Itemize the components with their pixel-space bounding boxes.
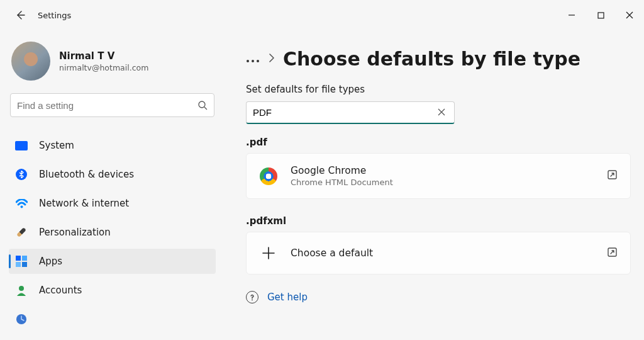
settings-window: Settings Nirmal T V nirmaltv@hotmail.com [0, 0, 644, 340]
apps-icon [15, 255, 28, 268]
sidebar-item-network[interactable]: Network & internet [9, 191, 216, 216]
app-title: Settings [38, 11, 71, 20]
ellipsis-icon [246, 59, 260, 64]
chrome-icon [259, 167, 278, 186]
personalization-icon [15, 226, 28, 239]
sidebar-item-label: System [39, 140, 74, 151]
card-text: Google Chrome Chrome HTML Document [291, 165, 594, 187]
avatar [11, 42, 50, 81]
breadcrumb: Choose defaults by file type [246, 48, 630, 70]
sidebar: Nirmal T V nirmaltv@hotmail.com System [0, 30, 223, 340]
profile-email: nirmaltv@hotmail.com [59, 63, 148, 72]
window-body: Nirmal T V nirmaltv@hotmail.com System [0, 30, 644, 340]
open-external-icon [607, 169, 618, 183]
main-content: Choose defaults by file type Set default… [223, 30, 644, 340]
svg-rect-0 [598, 13, 604, 18]
sidebar-item-label: Personalization [39, 227, 111, 238]
help-icon [246, 291, 258, 303]
sidebar-item-label: Network & internet [39, 198, 129, 209]
card-text: Choose a default [291, 247, 594, 259]
svg-point-2 [20, 205, 23, 208]
help-label: Get help [267, 292, 308, 303]
default-app-card-pdfxml[interactable]: Choose a default [246, 232, 631, 275]
sidebar-item-label: Accounts [39, 285, 82, 296]
chevron-right-icon [269, 53, 274, 65]
svg-point-7 [257, 60, 259, 62]
sidebar-item-accounts[interactable]: Accounts [9, 278, 216, 303]
app-name: Choose a default [291, 247, 594, 259]
profile-name: Nirmal T V [59, 50, 148, 62]
bluetooth-icon [15, 168, 28, 181]
breadcrumb-more-button[interactable] [246, 52, 260, 66]
minimize-button[interactable] [557, 5, 586, 25]
close-icon [626, 11, 633, 19]
section-label: Set defaults for file types [246, 84, 630, 95]
extension-label: .pdf [246, 137, 630, 148]
minimize-icon [568, 11, 575, 19]
svg-point-3 [19, 286, 24, 291]
svg-point-6 [252, 60, 254, 62]
filetype-search[interactable] [246, 101, 455, 124]
maximize-icon [597, 12, 604, 19]
page-title: Choose defaults by file type [283, 48, 580, 70]
sidebar-item-partial[interactable]: x [9, 307, 216, 332]
default-app-card-pdf[interactable]: Google Chrome Chrome HTML Document [246, 153, 631, 199]
back-button[interactable] [11, 10, 29, 20]
sidebar-item-bluetooth[interactable]: Bluetooth & devices [9, 162, 216, 187]
sidebar-item-label: Apps [39, 256, 62, 267]
network-icon [15, 197, 28, 210]
profile-text: Nirmal T V nirmaltv@hotmail.com [59, 50, 148, 72]
sidebar-item-system[interactable]: System [9, 133, 216, 158]
app-name: Google Chrome [291, 165, 594, 176]
system-icon [15, 139, 28, 152]
nav-list: System Bluetooth & devices Network & int… [9, 131, 216, 334]
svg-point-10 [252, 299, 253, 300]
window-controls [557, 5, 644, 25]
sidebar-item-personalization[interactable]: Personalization [9, 220, 216, 245]
svg-point-5 [247, 60, 249, 62]
x-icon [438, 108, 445, 116]
svg-point-1 [199, 101, 205, 108]
extension-label: .pdfxml [246, 215, 630, 227]
app-description: Chrome HTML Document [291, 178, 594, 187]
close-button[interactable] [615, 5, 644, 25]
search-icon [197, 100, 208, 110]
filetype-search-input[interactable] [253, 107, 435, 118]
title-bar: Settings [0, 0, 644, 30]
time-language-icon [15, 313, 28, 326]
find-setting-input[interactable] [17, 100, 197, 111]
plus-icon [259, 244, 278, 263]
maximize-button[interactable] [586, 5, 615, 25]
profile-block[interactable]: Nirmal T V nirmaltv@hotmail.com [9, 42, 216, 93]
open-external-icon [607, 247, 618, 260]
find-setting-search[interactable] [10, 93, 214, 117]
accounts-icon [15, 284, 28, 297]
sidebar-item-apps[interactable]: Apps [9, 249, 216, 274]
clear-search-button[interactable] [435, 106, 448, 118]
sidebar-item-label: Bluetooth & devices [39, 169, 134, 180]
get-help-link[interactable]: Get help [246, 291, 630, 303]
arrow-left-icon [15, 10, 25, 20]
